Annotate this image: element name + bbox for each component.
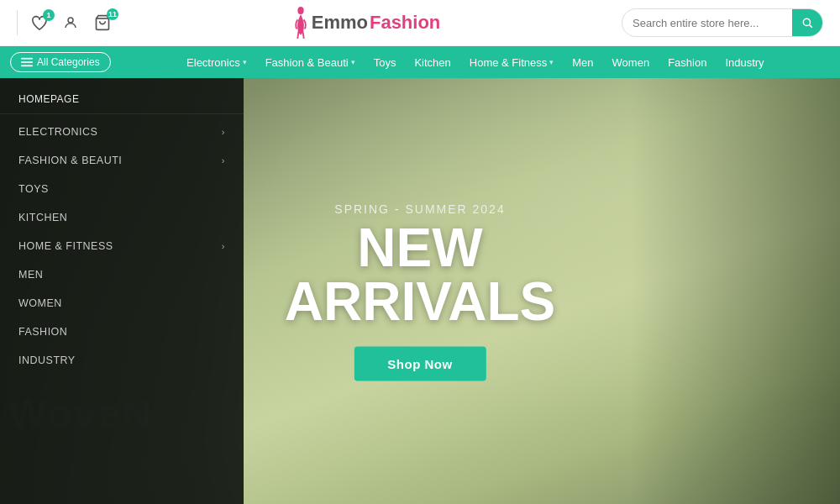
header-divider <box>17 10 18 35</box>
dropdown-item-industry[interactable]: INDUSTRY <box>0 346 244 375</box>
chevron-right-icon: › <box>222 127 225 137</box>
logo-fashion-text: Fashion <box>370 12 440 34</box>
svg-line-4 <box>810 25 812 28</box>
dropdown-item-kitchen[interactable]: KITCHEN <box>0 203 244 232</box>
account-icon[interactable] <box>63 14 78 31</box>
categories-dropdown: HOMEPAGE ELECTRONICS › FASHION & BEAUTI … <box>0 78 244 504</box>
dropdown-item-toys[interactable]: TOYS <box>0 175 244 203</box>
header-left: 1 11 <box>17 10 112 35</box>
main-navbar: All Categories Electronics▾ Fashion & Be… <box>0 46 840 78</box>
chevron-right-icon: › <box>222 241 225 251</box>
nav-item-kitchen[interactable]: Kitchen <box>414 56 450 69</box>
nav-item-industry[interactable]: Industry <box>725 56 764 69</box>
shop-now-button[interactable]: Shop Now <box>354 346 486 381</box>
nav-item-toys[interactable]: Toys <box>374 56 396 69</box>
header-icons: 1 11 <box>31 14 112 31</box>
dropdown-item-men[interactable]: MEN <box>0 260 244 289</box>
svg-point-3 <box>803 18 810 25</box>
hero-title: NEW ARRIVALS <box>285 220 555 328</box>
dropdown-item-electronics[interactable]: ELECTRONICS › <box>0 118 244 146</box>
nav-item-electronics[interactable]: Electronics▾ <box>186 56 247 69</box>
site-logo[interactable]: EmmoFashion <box>293 6 441 39</box>
site-header: 1 11 <box>0 0 840 46</box>
dropdown-item-home-fitness[interactable]: HOME & FITNESS › <box>0 232 244 260</box>
dropdown-item-women[interactable]: WOMEN <box>0 289 244 318</box>
search-button[interactable] <box>792 8 822 37</box>
nav-item-fashion[interactable]: Fashion <box>668 56 706 69</box>
svg-point-2 <box>297 7 303 14</box>
hero-subtitle: SPRING - SUMMER 2024 <box>285 202 555 215</box>
chevron-right-icon: › <box>222 155 225 165</box>
nav-item-men[interactable]: Men <box>572 56 593 69</box>
all-categories-label: All Categories <box>37 56 100 68</box>
cart-icon[interactable]: 11 <box>93 14 112 31</box>
cart-badge: 11 <box>107 8 118 20</box>
logo-emmo-text: Emmo <box>312 12 368 34</box>
svg-point-0 <box>68 18 73 23</box>
main-content: HOMEPAGE ELECTRONICS › FASHION & BEAUTI … <box>0 78 840 504</box>
hero-content: SPRING - SUMMER 2024 NEW ARRIVALS Shop N… <box>285 202 555 381</box>
dropdown-item-homepage[interactable]: HOMEPAGE <box>0 85 244 114</box>
all-categories-button[interactable]: All Categories <box>10 52 111 72</box>
dropdown-item-fashion[interactable]: FASHION <box>0 318 244 346</box>
search-input[interactable] <box>622 17 792 29</box>
nav-links-list: Electronics▾ Fashion & Beauti▾ Toys Kitc… <box>111 56 840 69</box>
wishlist-badge: 1 <box>43 9 55 21</box>
dropdown-item-fashion-beauti[interactable]: FASHION & BEAUTI › <box>0 146 244 175</box>
nav-item-fashion[interactable]: Fashion & Beauti▾ <box>265 56 355 69</box>
search-bar <box>622 8 823 37</box>
nav-item-home-fitness[interactable]: Home & Fitness▾ <box>470 56 554 69</box>
nav-item-women[interactable]: Women <box>612 56 650 69</box>
hero-trees-right <box>630 78 840 504</box>
wishlist-icon[interactable]: 1 <box>31 15 48 30</box>
